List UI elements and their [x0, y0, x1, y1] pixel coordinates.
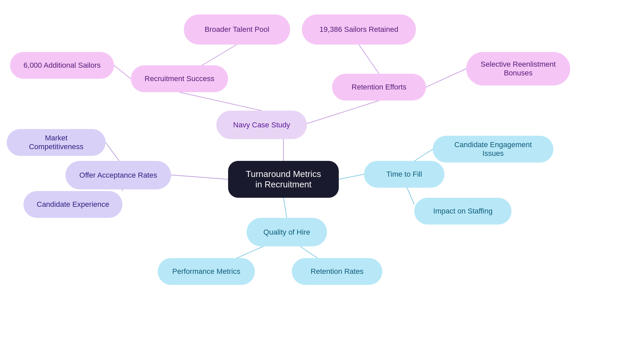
impact-on-staffing-node: Impact on Staffing	[414, 198, 512, 225]
selective-reenlistment-node: Selective Reenlistment Bonuses	[466, 52, 570, 85]
recruitment-success-node: Recruitment Success	[131, 65, 228, 92]
performance-metrics-node: Performance Metrics	[158, 258, 255, 285]
broader-talent-pool-label: Broader Talent Pool	[205, 25, 269, 34]
additional-sailors-label: 6,000 Additional Sailors	[23, 61, 101, 70]
navy-case-study-node: Navy Case Study	[216, 111, 307, 139]
performance-metrics-label: Performance Metrics	[172, 267, 240, 276]
turnaround-metrics-node: Turnaround Metrics in Recruitment	[228, 161, 339, 198]
quality-of-hire-label: Quality of Hire	[263, 228, 310, 237]
retention-efforts-node: Retention Efforts	[332, 74, 426, 101]
additional-sailors-node: 6,000 Additional Sailors	[10, 52, 114, 79]
svg-line-2	[359, 45, 379, 74]
recruitment-success-label: Recruitment Success	[145, 74, 214, 83]
sailors-retained-label: 19,386 Sailors Retained	[320, 25, 398, 34]
svg-line-5	[304, 101, 379, 125]
market-competitiveness-label: Market Competitiveness	[17, 134, 96, 151]
candidate-engagement-node: Candidate Engagement Issues	[433, 136, 553, 163]
svg-line-4	[179, 92, 262, 111]
turnaround-metrics-label: Turnaround Metrics in Recruitment	[245, 169, 322, 190]
svg-line-1	[114, 65, 131, 79]
selective-reenlistment-label: Selective Reenlistment Bonuses	[476, 60, 560, 77]
candidate-engagement-label: Candidate Engagement Issues	[443, 140, 543, 158]
retention-rates-label: Retention Rates	[311, 267, 364, 276]
time-to-fill-node: Time to Fill	[364, 161, 444, 188]
sailors-retained-node: 19,386 Sailors Retained	[302, 14, 416, 45]
svg-line-7	[171, 175, 228, 179]
retention-rates-node: Retention Rates	[292, 258, 382, 285]
market-competitiveness-node: Market Competitiveness	[7, 129, 106, 156]
navy-case-study-label: Navy Case Study	[233, 121, 290, 129]
time-to-fill-label: Time to Fill	[386, 170, 422, 179]
svg-line-13	[283, 198, 287, 218]
candidate-experience-label: Candidate Experience	[37, 200, 109, 209]
svg-line-3	[426, 69, 466, 87]
offer-acceptance-label: Offer Acceptance Rates	[79, 171, 157, 180]
broader-talent-pool-node: Broader Talent Pool	[184, 14, 290, 45]
offer-acceptance-node: Offer Acceptance Rates	[65, 161, 171, 189]
svg-line-8	[106, 142, 119, 161]
quality-of-hire-node: Quality of Hire	[247, 218, 327, 246]
svg-line-10	[339, 174, 364, 179]
retention-efforts-label: Retention Efforts	[352, 83, 406, 92]
candidate-experience-node: Candidate Experience	[23, 191, 122, 218]
impact-on-staffing-label: Impact on Staffing	[433, 207, 493, 216]
